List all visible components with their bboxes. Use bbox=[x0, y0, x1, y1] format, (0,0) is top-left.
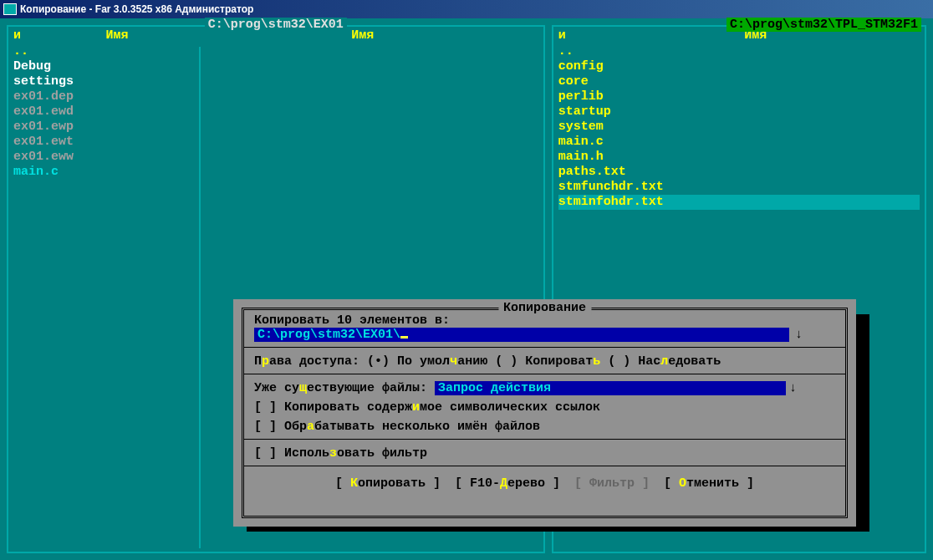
copy-dialog[interactable]: Копирование Копировать 10 элементов в: C… bbox=[233, 299, 856, 527]
filter-button[interactable]: [ Фильтр ] bbox=[571, 476, 653, 491]
cancel-button[interactable]: [ Отменить ] bbox=[660, 476, 757, 491]
chevron-down-icon[interactable]: ↓ bbox=[795, 328, 803, 342]
checkbox-symlinks[interactable]: [ ] Копировать содержимое символических … bbox=[244, 397, 845, 416]
file-row[interactable]: ex01.eww bbox=[13, 150, 538, 165]
tree-button[interactable]: [ F10-Дерево ] bbox=[451, 476, 563, 491]
checkbox-multiname[interactable]: [ ] Обрабатывать несколько имён файлов bbox=[244, 416, 845, 435]
file-row[interactable]: paths.txt bbox=[558, 165, 920, 180]
file-row[interactable]: ex01.ewt bbox=[13, 135, 538, 150]
left-panel-separator bbox=[199, 47, 201, 548]
dialog-title: Копирование bbox=[498, 301, 591, 315]
app-icon bbox=[3, 3, 17, 15]
file-row[interactable]: perlib bbox=[558, 89, 920, 104]
left-panel-path[interactable]: C:\prog\stm32\EX01 bbox=[205, 18, 347, 32]
file-row[interactable]: config bbox=[558, 59, 920, 74]
file-row[interactable]: ex01.ewp bbox=[13, 120, 538, 135]
file-row[interactable]: system bbox=[558, 120, 920, 135]
right-file-list[interactable]: ..configcoreperlibstartupsystemmain.cmai… bbox=[553, 44, 925, 210]
copy-prompt: Копировать 10 элементов в: bbox=[254, 313, 835, 328]
file-row[interactable]: core bbox=[558, 74, 920, 89]
left-header-col2: Имя bbox=[47, 28, 187, 43]
access-rights-row: Права доступа: (•) По умолчанию ( ) Копи… bbox=[244, 351, 845, 370]
file-row[interactable]: ex01.ewd bbox=[13, 104, 538, 120]
radio-default[interactable]: (•) По умолчанию bbox=[367, 354, 495, 369]
chevron-down-icon[interactable]: ↓ bbox=[789, 381, 797, 395]
right-panel-path[interactable]: C:\prog\stm32\TPL_STM32F1 bbox=[727, 18, 921, 32]
file-row[interactable]: settings bbox=[13, 74, 538, 89]
file-row[interactable]: .. bbox=[13, 44, 538, 59]
checkbox-filter[interactable]: [ ] Использовать фильтр bbox=[244, 443, 845, 462]
existing-files-label: Уже существующие файлы: bbox=[254, 381, 435, 395]
titlebar-text: Копирование - Far 3.0.3525 x86 Администр… bbox=[20, 3, 253, 15]
file-row[interactable]: stminfohdr.txt bbox=[558, 195, 920, 210]
file-row[interactable]: Debug bbox=[13, 59, 538, 74]
copy-button[interactable]: [ Копировать ] bbox=[332, 476, 444, 491]
existing-files-select[interactable]: Запрос действия bbox=[435, 381, 786, 395]
file-row[interactable]: main.c bbox=[13, 165, 538, 180]
text-cursor bbox=[400, 336, 408, 339]
file-row[interactable]: .. bbox=[558, 44, 920, 59]
left-header-col1: и bbox=[13, 28, 47, 43]
file-row[interactable]: stmfunchdr.txt bbox=[558, 180, 920, 195]
file-row[interactable]: ex01.dep bbox=[13, 89, 538, 104]
file-row[interactable]: startup bbox=[558, 104, 920, 120]
titlebar[interactable]: Копирование - Far 3.0.3525 x86 Администр… bbox=[0, 0, 933, 18]
radio-copy[interactable]: ( ) Копировать bbox=[495, 354, 608, 369]
file-row[interactable]: main.c bbox=[558, 135, 920, 150]
destination-input[interactable]: C:\prog\stm32\EX01\ ↓ bbox=[254, 328, 789, 342]
radio-inherit[interactable]: ( ) Наследовать bbox=[608, 354, 721, 369]
left-file-list[interactable]: ..Debugsettingsex01.depex01.ewdex01.ewpe… bbox=[8, 44, 543, 180]
right-header-col1: и bbox=[558, 28, 592, 43]
workspace: C:\prog\stm32\EX01 и Имя Имя ..Debugsett… bbox=[0, 18, 933, 560]
file-row[interactable]: main.h bbox=[558, 150, 920, 165]
